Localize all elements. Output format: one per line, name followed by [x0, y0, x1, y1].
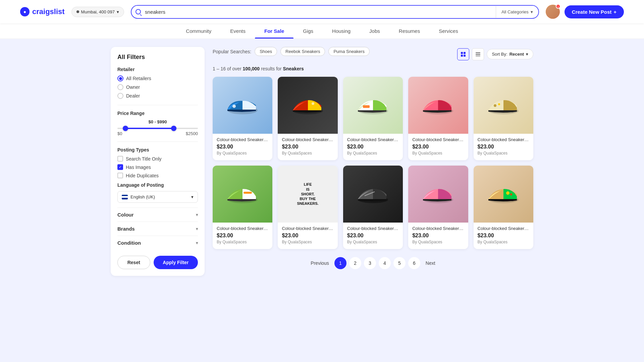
- price-slider-thumb-min[interactable]: [123, 126, 128, 131]
- all-retailers-label: All Retailers: [126, 76, 151, 81]
- svg-point-22: [506, 191, 509, 195]
- product-card-body-10: Colour-blocked Sneakers... $23.00 By Qua…: [474, 223, 533, 249]
- sneaker-svg-2: [289, 94, 326, 117]
- product-card-body-1: Colour-blocked Sneakers... $23.00 By Qua…: [213, 134, 272, 160]
- tag-puma[interactable]: Puma Sneakers: [328, 47, 370, 56]
- language-label: Language of Posting: [117, 182, 198, 188]
- sort-dropdown[interactable]: Sort By: Recent ▾: [487, 49, 533, 59]
- product-card-5[interactable]: Colour-blocked Sneakers... $23.00 By Qua…: [474, 77, 533, 160]
- product-card-6[interactable]: Colour-blocked Sneakers... $23.00 By Qua…: [213, 166, 272, 249]
- product-title-4: Colour-blocked Sneakers...: [412, 137, 464, 142]
- grid-view-button[interactable]: [457, 48, 469, 60]
- content-top-bar: Popular Searches: Shoes Reebok Sneakers …: [213, 47, 533, 61]
- location-dot-icon: [76, 10, 79, 13]
- product-card-7[interactable]: LIFEISSHORT.BUY THESNEAKERS. Colour-bloc…: [278, 166, 337, 249]
- page-button-3[interactable]: 3: [364, 257, 376, 269]
- product-card-9[interactable]: Colour-blocked Sneakers... $23.00 By Qua…: [408, 166, 468, 249]
- next-page-button[interactable]: Next: [423, 260, 438, 266]
- product-title-7: Colour-blocked Sneakers...: [282, 226, 333, 231]
- svg-point-15: [494, 104, 496, 107]
- price-slider-thumb-max[interactable]: [171, 126, 176, 131]
- posting-types-section: Posting Types Search Title Only ✓ Has Im…: [117, 147, 198, 178]
- page-button-2[interactable]: 2: [349, 257, 361, 269]
- reset-button[interactable]: Reset: [117, 256, 150, 269]
- filter-sidebar: All Filters Retailer All Retailers Owner…: [111, 47, 205, 276]
- nav-item-services[interactable]: Services: [429, 23, 468, 39]
- product-card-3[interactable]: Colour-blocked Sneakers... $23.00 By Qua…: [343, 77, 403, 160]
- nav-item-gigs[interactable]: Gigs: [293, 23, 323, 39]
- price-slider-track[interactable]: [117, 128, 198, 129]
- product-seller-1: By QualaSpaces: [217, 151, 268, 156]
- page-button-6[interactable]: 6: [408, 257, 420, 269]
- has-images-option[interactable]: ✓ Has Images: [117, 164, 198, 170]
- sneaker-svg-4: [420, 94, 457, 117]
- posting-types-label: Posting Types: [117, 147, 198, 153]
- tag-shoes[interactable]: Shoes: [255, 47, 277, 56]
- retailer-all-retailers[interactable]: All Retailers: [117, 75, 198, 81]
- retailer-label: Retailer: [117, 67, 198, 72]
- product-image-5: [474, 77, 533, 134]
- svg-rect-12: [363, 105, 370, 108]
- product-card-4[interactable]: Colour-blocked Sneakers... $23.00 By Qua…: [408, 77, 468, 160]
- nav-item-housing[interactable]: Housing: [323, 23, 360, 39]
- main-content: All Filters Retailer All Retailers Owner…: [91, 39, 553, 284]
- retailer-dealer[interactable]: Dealer: [117, 93, 198, 99]
- location-chevron-icon: ▾: [117, 9, 119, 14]
- search-title-label: Search Title Only: [126, 156, 162, 162]
- logo-text: craigslist: [32, 7, 65, 16]
- language-dropdown[interactable]: English (UK) ▾: [117, 191, 198, 203]
- product-card-body-8: Colour-blocked Sneakers... $23.00 By Qua…: [343, 223, 403, 249]
- sneaker-svg-5: [485, 94, 522, 117]
- view-controls: Sort By: Recent ▾: [457, 48, 533, 60]
- product-seller-3: By QualaSpaces: [347, 151, 399, 156]
- sneaker-svg-10: [485, 182, 522, 206]
- tag-reebok[interactable]: Reebok Sneakers: [280, 47, 325, 56]
- nav-item-community[interactable]: Community: [176, 23, 221, 39]
- product-card-1[interactable]: Colour-blocked Sneakers... $23.00 By Qua…: [213, 77, 272, 160]
- price-range-section-label: Price Range: [117, 111, 198, 116]
- brands-section[interactable]: Brands ▾: [117, 222, 198, 236]
- results-range-end: 16: [220, 66, 226, 71]
- product-seller-2: By QualaSpaces: [282, 151, 333, 156]
- page-button-4[interactable]: 4: [379, 257, 391, 269]
- product-price-7: $23.00: [282, 233, 333, 239]
- has-images-label: Has Images: [126, 165, 151, 170]
- nav-item-resumes[interactable]: Resumes: [389, 23, 429, 39]
- hide-duplicates-label: Hide Duplicates: [126, 173, 159, 178]
- svg-rect-18: [244, 192, 252, 194]
- retailer-owner[interactable]: Owner: [117, 84, 198, 90]
- divider-1: [117, 105, 198, 105]
- nav-item-for-sale[interactable]: For Sale: [255, 23, 293, 39]
- product-card-8[interactable]: Colour-blocked Sneakers... $23.00 By Qua…: [343, 166, 403, 249]
- product-card-body-9: Colour-blocked Sneakers... $23.00 By Qua…: [408, 223, 468, 249]
- results-range-start: 1: [213, 66, 215, 71]
- nav-item-jobs[interactable]: Jobs: [360, 23, 389, 39]
- list-view-button[interactable]: [472, 48, 484, 60]
- page-button-1[interactable]: 1: [334, 257, 346, 269]
- radio-owner: [117, 84, 123, 90]
- hide-duplicates-option[interactable]: Hide Duplicates: [117, 173, 198, 178]
- product-image-1: [213, 77, 272, 134]
- page-button-5[interactable]: 5: [393, 257, 406, 269]
- product-seller-5: By QualaSpaces: [478, 151, 529, 156]
- create-post-button[interactable]: Create New Post +: [565, 5, 624, 18]
- search-input[interactable]: [145, 6, 496, 18]
- product-price-10: $23.00: [478, 233, 529, 239]
- product-card-2[interactable]: Colour-blocked Sneakers... $23.00 By Qua…: [278, 77, 337, 160]
- colour-section[interactable]: Colour ▾: [117, 207, 198, 222]
- product-card-10[interactable]: Colour-blocked Sneakers... $23.00 By Qua…: [474, 166, 533, 249]
- apply-filter-button[interactable]: Apply Filter: [154, 256, 198, 269]
- svg-rect-3: [464, 55, 466, 57]
- search-title-only-option[interactable]: Search Title Only: [117, 156, 198, 162]
- category-dropdown[interactable]: All Categories ▾: [496, 6, 538, 18]
- avatar-wrap[interactable]: 1: [546, 5, 560, 19]
- previous-page-button[interactable]: Previous: [308, 260, 331, 266]
- pagination: Previous 1 2 3 4 5 6 Next: [213, 257, 533, 269]
- has-images-checkbox: ✓: [117, 164, 123, 170]
- logo[interactable]: ● craigslist: [20, 7, 65, 16]
- location-button[interactable]: Mumbai, 400 097 ▾: [71, 7, 124, 17]
- nav-item-events[interactable]: Events: [221, 23, 255, 39]
- condition-section[interactable]: Condition ▾: [117, 236, 198, 250]
- life-text: LIFEISSHORT.BUY THESNEAKERS.: [297, 182, 319, 206]
- search-bar: All Categories ▾: [131, 5, 539, 19]
